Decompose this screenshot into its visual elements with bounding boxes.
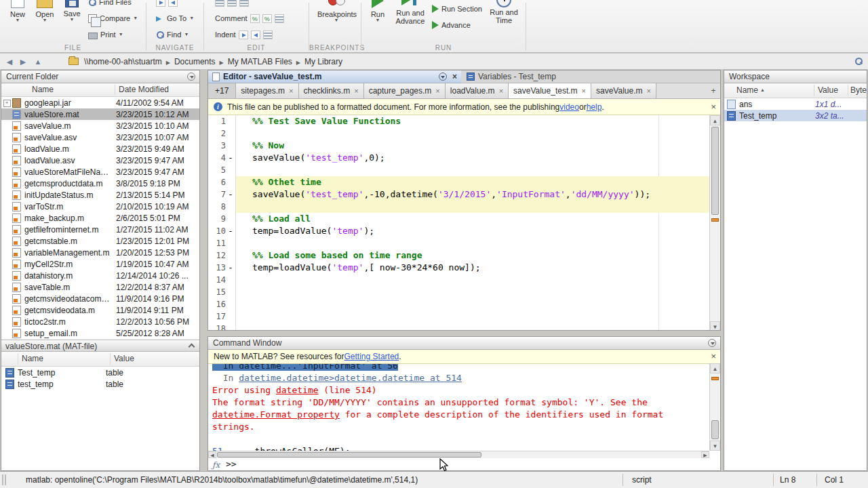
code-line[interactable]: 3%% Now (208, 140, 720, 152)
code-editor[interactable]: 1%% Test Save Value Functions23%% Now4-s… (208, 115, 720, 331)
banner-close-icon[interactable]: × (711, 351, 716, 361)
file-row[interactable]: getcmsvideodatacombi...11/9/2014 9:16 PM (1, 293, 199, 304)
code-line[interactable]: 5 (208, 164, 720, 176)
code-line[interactable]: 11 (208, 237, 720, 249)
file-row[interactable]: datahistory.m12/14/2014 10:26 ... (1, 270, 199, 281)
workspace-name-column-header[interactable]: Name▲ (736, 85, 765, 95)
file-row[interactable]: myCell2Str.m1/19/2015 10:47 AM (1, 258, 199, 270)
editor-tab[interactable]: saveValue_test.m× (509, 83, 591, 98)
edit-insert-buttons[interactable] (215, 0, 249, 9)
video-link[interactable]: video (559, 102, 579, 112)
column-divider[interactable] (848, 85, 848, 96)
search-folder-button[interactable] (854, 57, 863, 67)
file-row[interactable]: setup_email.m5/25/2012 8:28 AM (1, 327, 199, 339)
file-row[interactable]: getfilefrominternet.m1/27/2015 11:02 AM (1, 224, 199, 235)
variable-row[interactable]: Test_temptable (1, 367, 199, 378)
command-scrollbar-thumb[interactable] (711, 420, 719, 439)
up-folder-button[interactable]: ▲ (33, 56, 43, 67)
wrap-comments-icon[interactable] (275, 14, 284, 23)
date-column-header[interactable]: Date Modified (119, 85, 169, 94)
file-row[interactable]: saveTable.m12/2/2014 8:37 AM (1, 281, 199, 293)
scroll-up-icon[interactable]: ▲ (710, 115, 720, 125)
command-prompt[interactable]: >> (226, 458, 237, 470)
new-tab-button[interactable]: + (707, 83, 720, 98)
variable-row[interactable]: test_temptable (1, 378, 199, 390)
scroll-down-icon[interactable]: ▼ (710, 321, 720, 331)
indent-left-icon[interactable] (251, 30, 260, 39)
save-dropdown-icon[interactable]: ▼ (56, 18, 88, 22)
tab-close-icon[interactable]: × (354, 87, 358, 95)
code-line[interactable]: 2 (208, 127, 720, 140)
print-button[interactable]: Print ▼ (88, 27, 123, 42)
smart-indent-icon[interactable] (263, 30, 273, 39)
command-hscrollbar[interactable]: ◀ ▶ (208, 451, 709, 458)
file-row[interactable]: googleapi.jar4/11/2002 9:54 AM (1, 97, 199, 108)
code-line[interactable]: 12%% Load some based on time range (208, 249, 720, 262)
compare-dropdown-icon[interactable]: ▼ (133, 16, 138, 20)
file-row[interactable]: loadValue.asv3/23/2015 9:47 AM (1, 155, 199, 166)
editor-title-active[interactable]: Editor - saveValue_test.m × (208, 70, 461, 83)
file-row[interactable]: saveValue.asv3/23/2015 10:07 AM (1, 131, 199, 143)
editor-actions-icon[interactable] (439, 73, 447, 81)
go-to-dropdown-icon[interactable]: ▼ (189, 16, 194, 20)
scroll-right-icon[interactable]: ▶ (701, 451, 709, 458)
details-value-column-header[interactable]: Value (114, 354, 134, 363)
find-files-button[interactable]: Find Files (88, 0, 132, 9)
run-section-button[interactable]: Run Section (432, 1, 482, 16)
editor-close-icon[interactable]: × (452, 73, 457, 81)
name-column-header[interactable]: Name (32, 85, 54, 94)
workspace-bytes-column-header[interactable]: Bytes (850, 85, 867, 95)
tab-close-icon[interactable]: × (646, 87, 650, 95)
column-divider[interactable] (110, 353, 111, 365)
output-link[interactable]: datetime.datetime>datetime.datetime at 5… (239, 373, 462, 383)
panel-actions-icon[interactable] (708, 339, 716, 347)
breadcrumb-item[interactable]: My Library (303, 57, 344, 66)
code-line[interactable]: 10-temp=loadValue('temp'); (208, 225, 720, 237)
file-row[interactable]: tictoc2str.m12/2/2013 10:56 PM (1, 316, 199, 327)
file-row[interactable]: saveValue.m3/23/2015 10:10 AM (1, 120, 199, 131)
tab-close-icon[interactable]: × (499, 87, 503, 95)
compare-button[interactable]: Compare ▼ (88, 11, 138, 26)
scroll-left-icon[interactable]: ◀ (208, 451, 216, 458)
command-output[interactable]: In datetime...'InputFormat' at 56 In dat… (208, 364, 720, 453)
go-to-button[interactable]: Go To ▼ (156, 11, 194, 26)
file-row[interactable]: valueStore.mat3/23/2015 10:12 AM (1, 108, 199, 120)
code-line[interactable]: 18 (208, 323, 720, 331)
code-line[interactable]: 8 (208, 201, 720, 213)
details-name-column-header[interactable]: Name (22, 354, 43, 363)
breadcrumb-item[interactable]: Documents (173, 57, 217, 66)
file-row[interactable]: getcmsproductdata.m3/8/2015 9:18 PM (1, 178, 199, 189)
function-hints-icon[interactable]: ƒx (212, 459, 220, 471)
file-row[interactable]: varToStr.m2/10/2015 10:19 AM (1, 201, 199, 212)
tab-close-icon[interactable]: × (435, 87, 439, 95)
scroll-down-icon[interactable]: ▼ (710, 441, 720, 451)
comment-icon[interactable]: % (250, 14, 260, 23)
code-line[interactable]: 13-temp=loadValue('temp',[ now-30*24*60 … (208, 262, 720, 274)
file-row[interactable]: valueStoreMatFileName...3/23/2015 9:47 A… (1, 166, 199, 178)
file-row[interactable]: getcmstable.m1/23/2015 12:01 PM (1, 235, 199, 247)
code-line[interactable]: 15 (208, 286, 720, 298)
getting-started-link[interactable]: Getting Started (344, 352, 399, 361)
workspace-row[interactable]: ans1x1 d... (724, 98, 867, 110)
breakpoints-button[interactable]: Breakpoints ▼ (317, 0, 355, 22)
run-button[interactable]: Run ▼ (364, 0, 391, 22)
run-and-time-button[interactable]: Run and Time (485, 0, 523, 24)
uncomment-icon[interactable]: % (262, 14, 272, 23)
editor-tab[interactable]: saveValue.m× (591, 83, 656, 98)
editor-tab[interactable]: sitepages.m× (236, 83, 298, 98)
file-row[interactable]: make_backup.m2/6/2015 5:01 PM (1, 212, 199, 224)
editor-tab[interactable]: loadValue.m× (446, 83, 509, 98)
collapse-details-icon[interactable] (189, 344, 195, 350)
forward-button[interactable]: ▶ (18, 56, 28, 67)
warning-marker[interactable] (711, 218, 719, 222)
code-line[interactable]: 17 (208, 310, 720, 323)
advance-button[interactable]: Advance (432, 18, 471, 33)
editor-tab[interactable]: checklinks.m× (299, 83, 364, 98)
editor-tab[interactable]: capture_pages.m× (364, 83, 446, 98)
run-dropdown-icon[interactable]: ▼ (364, 18, 391, 22)
panel-actions-icon[interactable] (187, 73, 195, 81)
workspace-value-column-header[interactable]: Value (818, 85, 838, 95)
output-link[interactable]: datetime (276, 385, 319, 395)
indent-right-icon[interactable] (239, 30, 248, 39)
tab-close-icon[interactable]: × (582, 87, 586, 95)
